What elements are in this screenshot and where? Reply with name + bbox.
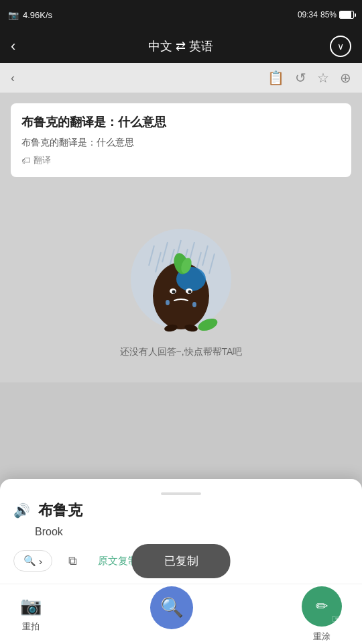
secondary-back-button[interactable]: ‹	[11, 71, 15, 85]
search-icon: 🔍	[23, 555, 36, 567]
star-icon[interactable]: ☆	[317, 70, 329, 86]
illustration-area: 还没有人回答~,快点帮帮TA吧	[11, 185, 351, 372]
svg-point-17	[172, 290, 176, 294]
history-icon[interactable]: ↺	[295, 70, 306, 86]
status-time: 09:34	[298, 10, 318, 19]
more-button[interactable]: ∨	[330, 36, 351, 57]
status-bar: 📷 4.96K/s 09:34 85%	[0, 0, 362, 30]
status-right: 09:34 85%	[298, 10, 354, 19]
redo-container: ✏ ☞ 重涂	[302, 586, 342, 643]
battery-fill	[340, 11, 351, 18]
translation-header: 🔊 布鲁克	[13, 500, 349, 521]
main-content: 布鲁克的翻译是：什么意思 布鲁克的翻译是：什么意思 🏷 翻译	[0, 93, 362, 382]
nav-bar: ‹ 中文 ⇄ 英语 ∨	[0, 30, 362, 63]
bottom-bar: 📷 重拍 🔍 ✏ ☞ 重涂	[0, 584, 362, 644]
search-center-icon: 🔍	[160, 596, 184, 619]
retake-button[interactable]: 📷 重拍	[20, 596, 42, 633]
secondary-nav-icons: 📋 ↺ ☆ ⊕	[267, 70, 351, 86]
drag-handle	[161, 492, 201, 495]
clipboard-icon[interactable]: 📋	[267, 70, 284, 86]
copy-icon-button[interactable]: ⧉	[60, 549, 84, 573]
copy-icon: ⧉	[68, 554, 77, 568]
no-answer-text: 还没有人回答~,快点帮帮TA吧	[120, 346, 243, 358]
redo-button[interactable]: ✏ ☞	[302, 586, 342, 627]
question-title: 布鲁克的翻译是：什么意思	[21, 114, 341, 130]
status-speed: 4.96K/s	[23, 10, 52, 20]
search-button[interactable]: 🔍 ›	[13, 550, 52, 572]
svg-point-23	[192, 302, 196, 307]
chevron-down-icon: ∨	[337, 41, 344, 52]
copy-button-container: 已复制	[132, 544, 231, 578]
status-left: 📷 4.96K/s	[8, 10, 52, 20]
retake-label: 重拍	[22, 621, 40, 633]
copied-button[interactable]: 已复制	[132, 544, 231, 578]
translation-word: 布鲁克	[38, 500, 82, 521]
back-button[interactable]: ‹	[11, 38, 32, 55]
edit-icon: ✏	[316, 598, 328, 615]
secondary-nav: ‹ 📋 ↺ ☆ ⊕	[0, 63, 362, 93]
question-tag: 🏷 翻译	[21, 154, 51, 166]
share-icon[interactable]: ⊕	[340, 70, 351, 86]
hand-icon: ☞	[331, 612, 341, 625]
question-card: 布鲁克的翻译是：什么意思 布鲁克的翻译是：什么意思 🏷 翻译	[11, 103, 351, 177]
speaker-icon[interactable]: 🔊	[13, 502, 30, 519]
battery-text: 85%	[320, 10, 337, 19]
nav-title: 中文 ⇄ 英语	[32, 38, 330, 54]
photo-icon: 📷	[8, 10, 19, 20]
svg-point-18	[188, 290, 192, 294]
redo-label: 重涂	[313, 631, 330, 643]
illustration-image	[114, 205, 248, 339]
translation-result: Brook	[35, 526, 349, 538]
search-arrow: ›	[39, 555, 42, 567]
tag-icon: 🏷	[21, 155, 31, 166]
camera-icon: 📷	[20, 596, 42, 616]
svg-point-22	[166, 300, 170, 305]
tag-label: 翻译	[34, 154, 51, 166]
question-subtitle: 布鲁克的翻译是：什么意思	[21, 137, 341, 149]
search-center-button[interactable]: 🔍	[150, 586, 193, 629]
battery-icon	[339, 11, 354, 19]
